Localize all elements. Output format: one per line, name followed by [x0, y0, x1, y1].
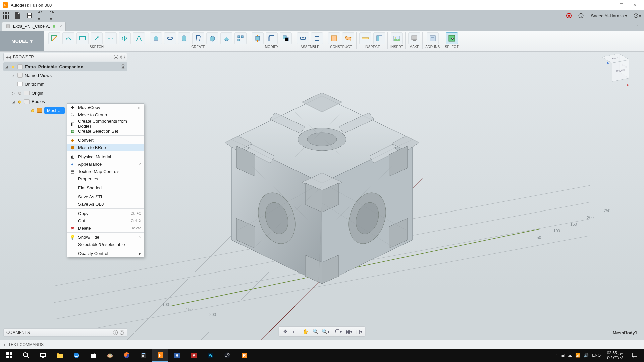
menu-show-hide[interactable]: 💡Show/Hidev — [67, 233, 144, 241]
menu-move-copy[interactable]: ✥Move/Copym — [67, 104, 144, 111]
steam-icon[interactable] — [219, 349, 235, 362]
create-sketch-icon[interactable] — [48, 32, 60, 44]
extrude-icon[interactable] — [150, 32, 162, 44]
autocad-icon[interactable]: A — [186, 349, 202, 362]
action-center-icon[interactable] — [627, 349, 643, 362]
menu-create-components[interactable]: ◧Create Components from Bodies — [67, 120, 144, 127]
menu-move-to-group[interactable]: 🗂Move to Group — [67, 111, 144, 118]
visibility-icon[interactable] — [30, 108, 35, 113]
combine-icon[interactable] — [280, 32, 292, 44]
rectangle-tool-icon[interactable] — [76, 32, 89, 44]
paint-icon[interactable] — [102, 349, 118, 362]
browser-settings-icon[interactable]: ● — [114, 55, 118, 59]
section-icon[interactable] — [373, 32, 385, 44]
network-icon[interactable]: 📶 — [575, 353, 580, 358]
axis-icon[interactable] — [342, 32, 354, 44]
tree-units[interactable]: Units: mm — [3, 80, 127, 88]
onedrive-icon[interactable]: ☁ — [568, 353, 572, 358]
revit-icon[interactable]: R — [169, 349, 185, 362]
remake-icon[interactable]: R — [236, 349, 252, 362]
joint-icon[interactable] — [297, 32, 309, 44]
browser-header[interactable]: ◀◀ BROWSER ● ◯ — [3, 53, 127, 61]
box-icon[interactable] — [206, 32, 218, 44]
collapse-browser-icon[interactable]: ◀◀ — [6, 55, 11, 59]
menu-save-stl[interactable]: Save As STL — [67, 193, 144, 200]
edge-icon[interactable] — [68, 349, 85, 362]
menu-properties[interactable]: Properties — [67, 175, 144, 182]
visibility-icon[interactable] — [17, 90, 22, 95]
save-icon[interactable] — [25, 12, 34, 20]
help-icon[interactable]: ? ▾ — [633, 12, 641, 20]
arc-tool-icon[interactable] — [105, 32, 117, 44]
fusion360-icon[interactable]: F — [152, 349, 168, 362]
print-3d-icon[interactable] — [408, 32, 420, 44]
firefox-icon[interactable] — [119, 349, 135, 362]
visibility-icon[interactable] — [11, 64, 15, 69]
insert-decal-icon[interactable] — [391, 32, 403, 44]
orbit-icon[interactable]: ✥ — [281, 327, 290, 336]
data-panel-icon[interactable] — [3, 12, 9, 19]
menu-appearance[interactable]: ●Appearancea — [67, 160, 144, 168]
fillet-icon[interactable] — [266, 32, 278, 44]
photoshop-icon[interactable]: Ps — [203, 349, 219, 362]
system-tray[interactable]: ^ ▣ ☁ 📶 🔊 ENG — [553, 353, 604, 358]
tree-root[interactable]: ◢ Extra_Printable_Companion_… ◉ — [3, 62, 127, 71]
zoom-icon[interactable]: 🔍 — [311, 327, 320, 336]
browser-pin-icon[interactable]: ◯ — [120, 55, 125, 59]
volume-icon[interactable]: 🔊 — [584, 353, 589, 358]
workspace-switcher[interactable]: MODEL▾ — [0, 31, 44, 51]
new-file-icon[interactable] — [13, 12, 21, 20]
close-tab-icon[interactable]: × — [58, 24, 62, 29]
cylinder-icon[interactable] — [178, 32, 190, 44]
undo-icon[interactable]: ↶ ▾ — [38, 12, 46, 20]
menu-flat-shaded[interactable]: Flat Shaded — [67, 184, 144, 191]
menu-selectable[interactable]: Selectable/Unselectable — [67, 241, 144, 248]
document-tab[interactable]: Extra_Pr…_Cube v1 × — [2, 22, 66, 31]
visibility-icon[interactable] — [17, 99, 22, 104]
sweep-icon[interactable] — [220, 32, 232, 44]
viewport-layout-icon[interactable]: ◫▾ — [355, 327, 363, 336]
comments-panel[interactable]: COMMENTS + ◯ — [3, 328, 127, 337]
menu-delete[interactable]: ✖DeleteDelete — [67, 224, 144, 232]
start-button[interactable] — [1, 349, 17, 362]
expand-textcmd-icon[interactable]: ▷ — [3, 342, 6, 347]
menu-opacity-control[interactable]: Opacity Control▶ — [67, 250, 144, 257]
press-pull-icon[interactable] — [252, 32, 264, 44]
taskbar-clock[interactable]: 03:55 ص ٢٠١٧/٦/٠٨ — [604, 351, 626, 360]
record-icon[interactable] — [565, 12, 573, 20]
tray-overflow-icon[interactable]: ^ — [556, 353, 558, 358]
comments-settings-icon[interactable]: ◯ — [120, 330, 124, 335]
add-comment-icon[interactable]: + — [113, 330, 118, 335]
fit-icon[interactable]: 🔍▾ — [321, 327, 330, 336]
line-tool-icon[interactable] — [62, 32, 74, 44]
menu-mesh-to-brep[interactable]: ⬢Mesh to BRep — [67, 144, 144, 151]
select-tool-icon[interactable] — [446, 32, 458, 44]
tree-named-views[interactable]: ▷ Named Views — [3, 71, 127, 80]
circle-tool-icon[interactable] — [91, 32, 103, 44]
close-button[interactable]: ✕ — [628, 0, 641, 10]
viewport[interactable]: 50100150 200250 -100-150-200 — [0, 52, 644, 349]
calculator-icon[interactable] — [136, 349, 152, 362]
minimize-button[interactable]: — — [601, 0, 614, 10]
menu-texture-map[interactable]: ▤Texture Map Controls — [67, 168, 144, 175]
menu-copy[interactable]: CopyCtrl+C — [67, 209, 144, 217]
user-menu[interactable]: Saeed Al-Hamza ▾ — [589, 13, 629, 18]
display-settings-icon[interactable]: 🖵▾ — [334, 327, 343, 336]
revolve-icon[interactable] — [164, 32, 176, 44]
viewcube-front[interactable]: FRONT — [612, 60, 629, 82]
model-companion-cube[interactable] — [205, 86, 439, 294]
search-icon[interactable] — [18, 349, 34, 362]
store-icon[interactable] — [85, 349, 101, 362]
menu-physical-material[interactable]: ◐Physical Material — [67, 153, 144, 160]
maximize-button[interactable]: ☐ — [614, 0, 628, 10]
file-explorer-icon[interactable] — [52, 349, 68, 362]
language-indicator[interactable]: ENG — [592, 353, 601, 358]
expand-icon[interactable]: ◢ — [5, 65, 9, 69]
menu-cut[interactable]: CutCtrl+X — [67, 217, 144, 224]
task-view-icon[interactable] — [35, 349, 51, 362]
mirror-tool-icon[interactable] — [119, 32, 131, 44]
tray-app-icon[interactable]: ▣ — [561, 353, 565, 358]
pattern-icon[interactable] — [234, 32, 247, 44]
expand-icon[interactable]: ◢ — [11, 100, 15, 104]
loft-icon[interactable] — [192, 32, 204, 44]
